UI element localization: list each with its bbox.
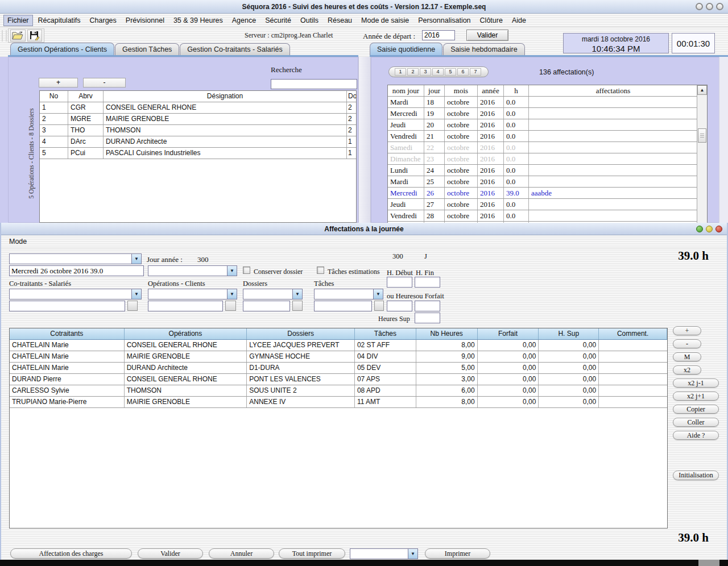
annuler-button[interactable]: Annuler [209,548,274,559]
week-button[interactable]: 4 [432,68,444,76]
initialisation-button[interactable]: Initialisation [673,471,719,480]
week-button[interactable]: 2 [407,68,419,76]
operations-combo[interactable]: ▼ [148,289,237,299]
imprimer-button[interactable]: Imprimer [425,548,490,559]
menu-item[interactable]: Aide [508,15,530,26]
table-row[interactable]: Jeudi 20 octobre 2016 0.0 [388,119,697,131]
save-file-button[interactable] [27,30,43,41]
dossiers-input[interactable] [243,301,290,311]
print-combo[interactable]: ▼ [350,548,418,559]
tab[interactable]: Saisie quotidienne [370,43,442,55]
column-header[interactable]: Forfait [478,328,539,339]
tab[interactable]: Gestion Co-traitants - Salariés [180,43,289,55]
taches-input[interactable] [314,301,372,311]
operations-input[interactable] [148,301,223,311]
add-button[interactable]: + [39,78,78,88]
tab[interactable]: Saisie hebdomadaire [443,43,524,55]
menu-item[interactable]: Personnalisation [414,15,474,26]
or-fixed-input[interactable] [415,301,440,311]
side-button[interactable]: x2 [673,365,701,374]
validate-year-button[interactable]: Valider [466,30,508,41]
column-header[interactable]: Tâches [355,328,416,339]
table-row[interactable]: CHATELAIN Marie DURAND Architecte D1-DUR… [10,363,667,374]
menu-item[interactable]: Mode de saisie [357,15,413,26]
table-row[interactable]: CARLESSO Sylvie THOMSON SOUS UNITE 2 08 … [10,385,667,397]
week-button[interactable]: 6 [457,68,469,76]
tab[interactable]: Gestion Tâches [115,43,179,55]
toolbar-grip-icon[interactable] [2,30,7,41]
dossiers-lookup-button[interactable] [292,301,303,311]
menu-item[interactable]: Charges [86,15,121,26]
start-year-input[interactable] [422,30,455,40]
mode-combo[interactable]: ▼ [9,253,142,264]
column-header[interactable]: affectations [529,85,697,96]
dialog-green-button[interactable] [696,226,703,232]
table-row[interactable]: CHATELAIN Marie MAIRIE GRENOBLE GYMNASE … [10,351,667,363]
scrollbar[interactable]: ▲ [697,85,707,223]
table-row[interactable]: 4 DArc DURAND Architecte 1 [40,136,356,148]
scroll-up-icon[interactable]: ▲ [697,85,707,95]
tab[interactable]: Gestion Opérations - Clients [10,43,114,55]
week-button[interactable]: 3 [420,68,431,76]
menu-item[interactable]: Clôture [476,15,507,26]
menu-item[interactable]: Récapitulatifs [34,15,85,26]
task-estimation-checkbox[interactable] [317,267,324,274]
dropdown-arrow-icon[interactable]: ▼ [373,289,383,299]
column-header[interactable]: Abrv [68,91,104,102]
table-row[interactable]: 1 CGR CONSEIL GENERAL RHONE 2 [40,102,356,114]
column-header[interactable]: Opérations [125,328,247,339]
panel-divider[interactable] [358,57,371,223]
week-button[interactable]: 7 [470,68,481,76]
side-button[interactable]: Coller [673,418,719,427]
week-button[interactable]: 1 [395,68,406,76]
table-row[interactable]: Vendredi 28 octobre 2016 0.0 [388,210,697,222]
mode-menu[interactable]: Mode [9,238,27,245]
side-button[interactable]: - [673,339,701,348]
table-row[interactable]: Lundi 24 octobre 2016 0.0 [388,165,697,176]
column-header[interactable]: Cotraitants [10,328,125,339]
menu-item[interactable]: Réseau [324,15,356,26]
table-row[interactable]: 2 MGRE MAIRIE GRENOBLE 2 [40,114,356,125]
menu-item[interactable]: Prévisionnel [122,15,168,26]
dropdown-arrow-icon[interactable]: ▼ [131,289,141,299]
cotraitants-input[interactable] [9,301,125,311]
table-row[interactable]: Jeudi 27 octobre 2016 0.0 [388,199,697,210]
side-button[interactable]: M [673,352,701,361]
column-header[interactable]: No [40,91,68,102]
side-button[interactable]: Aide ? [673,431,719,440]
column-header[interactable]: H. Sup [539,328,599,339]
column-header[interactable]: nom jour [388,85,424,96]
table-row[interactable]: Vendredi 21 octobre 2016 0.0 [388,131,697,142]
side-button[interactable]: Copier [673,405,719,414]
window-minimize-button[interactable] [696,3,703,10]
dropdown-arrow-icon[interactable]: ▼ [408,549,417,559]
dropdown-arrow-icon[interactable]: ▼ [292,289,302,299]
menu-item[interactable]: 35 & 39 Heures [169,15,227,26]
week-button[interactable]: 5 [445,68,456,76]
table-row[interactable]: 3 THO THOMSON 2 [40,125,356,136]
keep-folder-checkbox[interactable] [243,267,250,274]
column-header[interactable]: Do [347,91,356,102]
window-close-button[interactable] [716,3,723,10]
window-titlebar[interactable]: Séquora 2016 - Suivi des heures et des c… [0,0,728,14]
side-button[interactable]: x2 j-1 [673,378,719,388]
open-file-button[interactable] [10,30,26,41]
menu-item[interactable]: Fichier [3,15,33,26]
column-header[interactable]: Désignation [104,91,347,102]
taches-combo[interactable]: ▼ [314,289,383,299]
or-hours-input[interactable] [387,301,412,311]
remove-button[interactable]: - [83,78,126,88]
table-row[interactable]: Mardi 18 octobre 2016 0.0 [388,97,697,108]
table-row[interactable]: 5 PCui PASCALI Cuisines Industrielles 1 [40,148,356,159]
menu-item[interactable]: Sécurité [261,15,295,26]
cotraitants-lookup-button[interactable] [127,301,138,311]
column-header[interactable]: mois [445,85,478,96]
affectation-charges-button[interactable]: Affectation des charges [10,548,132,559]
search-input[interactable] [271,79,357,89]
table-row[interactable]: Mercredi 19 octobre 2016 0.0 [388,108,697,119]
table-row[interactable]: Dimanche 23 octobre 2016 0.0 [388,153,697,165]
dialog-yellow-button[interactable] [706,226,713,232]
h-end-input[interactable] [415,277,440,288]
column-header[interactable]: année [478,85,504,96]
window-maximize-button[interactable] [706,3,713,10]
